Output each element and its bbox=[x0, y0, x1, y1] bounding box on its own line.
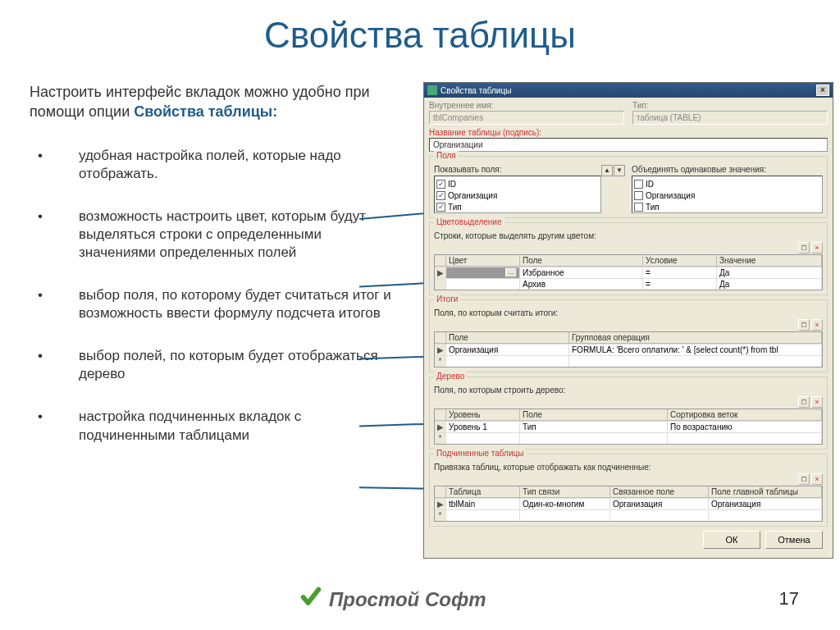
col-sort: Сортировка веток bbox=[668, 409, 822, 420]
grid-sub[interactable]: Таблица Тип связи Связанное поле Поле гл… bbox=[434, 486, 823, 522]
label-totals: Поля, по которым считать итоги: bbox=[434, 308, 823, 317]
check-label: Организация bbox=[646, 191, 695, 200]
checkbox[interactable] bbox=[634, 180, 643, 189]
bullet-item: удобная настройка полей, которые надо от… bbox=[30, 147, 399, 183]
bullet-item: выбор полей, по которым будет отображать… bbox=[30, 347, 399, 383]
group-fields: Поля Показывать поля: ▲▼ ✓ID ✓Организаци… bbox=[429, 156, 828, 218]
cell[interactable]: Да bbox=[717, 279, 822, 290]
field-inner-name: tblCompanies bbox=[429, 111, 624, 125]
check-label: Тип bbox=[448, 203, 462, 212]
delete-icon[interactable]: × bbox=[811, 319, 823, 331]
cell[interactable]: FORMULA: 'Всего оплатили: ' & [select co… bbox=[569, 345, 822, 355]
group-subtables: Подчиненные таблицы Привязка таблиц, кот… bbox=[429, 454, 828, 527]
checklist-show[interactable]: ✓ID ✓Организация ✓Тип bbox=[434, 176, 601, 213]
footer-logo: Простой Софт bbox=[299, 586, 486, 614]
group-totals: Итоги Поля, по которым считать итоги: □×… bbox=[429, 299, 828, 372]
col-value: Значение bbox=[717, 255, 822, 266]
properties-dialog: Свойства таблицы × Внутреннее имя: tblCo… bbox=[423, 82, 833, 559]
cell[interactable]: Организация bbox=[446, 345, 569, 355]
label-sub: Привязка таблиц, которые отображать как … bbox=[434, 463, 823, 472]
cell[interactable]: tblMain bbox=[446, 499, 520, 509]
cancel-button[interactable]: Отмена bbox=[765, 531, 823, 549]
checkbox[interactable]: ✓ bbox=[436, 191, 445, 200]
label-color-rows: Строки, которые выделять другим цветом: bbox=[434, 231, 823, 240]
label-type: Тип: bbox=[632, 101, 828, 110]
col-main: Поле главной таблицы bbox=[709, 486, 822, 497]
checkbox[interactable]: ✓ bbox=[436, 180, 445, 189]
check-label: ID bbox=[646, 180, 654, 189]
dialog-title: Свойства таблицы bbox=[441, 86, 511, 95]
grid-color[interactable]: Цвет Поле Условие Значение ▶ … Избранное… bbox=[434, 254, 823, 290]
bullet-list: удобная настройка полей, которые надо от… bbox=[30, 147, 399, 445]
grid-totals[interactable]: Поле Групповая операция ▶ Организация FO… bbox=[434, 331, 823, 368]
cell[interactable]: Тип bbox=[520, 422, 668, 432]
check-label: Тип bbox=[646, 203, 660, 212]
cell[interactable]: Избранное bbox=[520, 267, 643, 278]
label-caption: Название таблицы (подпись): bbox=[429, 128, 828, 137]
slide-title: Свойства таблицы bbox=[0, 0, 840, 56]
checklist-merge[interactable]: ID Организация Тип bbox=[632, 176, 823, 213]
label-merge: Объединять одинаковые значения: bbox=[632, 165, 823, 174]
cell[interactable]: = bbox=[643, 267, 717, 278]
checkbox[interactable] bbox=[634, 203, 643, 212]
cell[interactable]: Организация bbox=[709, 499, 822, 509]
label-show-fields: Показывать поля: bbox=[434, 165, 501, 174]
col-field: Поле bbox=[520, 255, 643, 266]
group-tree: Дерево Поля, по которым строить дерево: … bbox=[429, 377, 828, 450]
checkbox[interactable] bbox=[634, 191, 643, 200]
check-label: ID bbox=[448, 180, 456, 189]
footer-text: Простой Софт bbox=[329, 588, 486, 611]
label-inner-name: Внутреннее имя: bbox=[429, 101, 624, 110]
page-number: 17 bbox=[779, 588, 799, 609]
group-color: Цветовыделение Строки, которые выделять … bbox=[429, 222, 828, 295]
grid-tree[interactable]: Уровень Поле Сортировка веток ▶ Уровень … bbox=[434, 409, 823, 445]
group-title-fields: Поля bbox=[434, 151, 459, 160]
check-icon bbox=[299, 586, 322, 614]
color-picker-icon[interactable]: … bbox=[505, 268, 517, 277]
cell[interactable]: Да bbox=[717, 267, 822, 278]
col-table: Таблица bbox=[446, 486, 520, 497]
move-up-icon[interactable]: ▲ bbox=[601, 165, 613, 176]
delete-icon[interactable]: × bbox=[811, 473, 823, 485]
col-color: Цвет bbox=[446, 255, 520, 266]
expand-icon[interactable]: □ bbox=[798, 396, 810, 408]
cell[interactable]: Один-ко-многим bbox=[520, 499, 610, 509]
col-cond: Условие bbox=[643, 255, 717, 266]
group-title-color: Цветовыделение bbox=[434, 217, 504, 226]
col-linked: Связанное поле bbox=[610, 486, 709, 497]
checkbox[interactable]: ✓ bbox=[436, 203, 445, 212]
left-column: Настроить интерфейс вкладок можно удобно… bbox=[30, 82, 399, 469]
col-level: Уровень bbox=[446, 409, 520, 420]
col-field: Поле bbox=[520, 409, 668, 420]
app-icon bbox=[427, 85, 437, 95]
delete-icon[interactable]: × bbox=[811, 396, 823, 408]
col-rel: Тип связи bbox=[520, 486, 610, 497]
cell[interactable]: Организация bbox=[610, 499, 709, 509]
check-label: Организация bbox=[448, 191, 497, 200]
titlebar: Свойства таблицы × bbox=[424, 83, 833, 98]
cell[interactable]: По возрастанию bbox=[668, 422, 822, 432]
ok-button[interactable]: ОК bbox=[703, 531, 760, 549]
bullet-item: настройка подчиненных вкладок с подчинен… bbox=[30, 408, 399, 444]
bullet-item: выбор поля, по которому будет считаться … bbox=[30, 286, 399, 322]
delete-icon[interactable]: × bbox=[811, 242, 823, 253]
col-op: Групповая операция bbox=[569, 332, 822, 343]
field-type: таблица (TABLE) bbox=[632, 111, 828, 125]
col-field: Поле bbox=[446, 332, 569, 343]
group-title-sub: Подчиненные таблицы bbox=[434, 449, 526, 458]
label-tree: Поля, по которым строить дерево: bbox=[434, 386, 823, 395]
expand-icon[interactable]: □ bbox=[798, 242, 810, 253]
cell[interactable]: Архив bbox=[520, 279, 643, 290]
cell[interactable]: = bbox=[643, 279, 717, 290]
expand-icon[interactable]: □ bbox=[798, 473, 810, 485]
move-down-icon[interactable]: ▼ bbox=[614, 165, 625, 176]
group-title-tree: Дерево bbox=[434, 372, 467, 381]
bullet-item: возможность настроить цвет, которым буду… bbox=[30, 208, 399, 262]
group-title-totals: Итоги bbox=[434, 294, 460, 304]
close-icon[interactable]: × bbox=[816, 84, 829, 96]
cell[interactable]: Уровень 1 bbox=[446, 422, 520, 432]
expand-icon[interactable]: □ bbox=[798, 319, 810, 331]
intro-text: Настроить интерфейс вкладок можно удобно… bbox=[30, 82, 399, 122]
intro-highlight: Свойства таблицы: bbox=[134, 103, 277, 120]
field-caption[interactable]: Организации bbox=[429, 138, 828, 152]
